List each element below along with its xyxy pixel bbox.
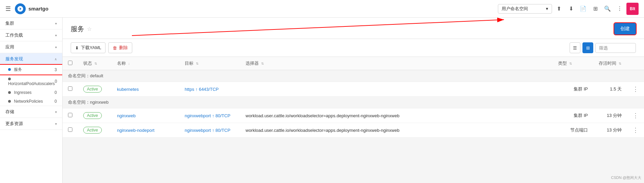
chevron-apps-icon: ▾ (55, 45, 57, 49)
row-checkbox-nginxweb-nodeport[interactable] (68, 127, 72, 132)
sidebar-label-apps: 应用 (5, 44, 14, 50)
service-dot-icon (8, 68, 11, 71)
col-header-status[interactable]: 状态 ⇅ (78, 57, 112, 70)
grid-icon[interactable]: ⊞ (590, 3, 601, 14)
sidebar-label-service-discovery: 服务发现 (5, 56, 23, 62)
row-status-nginxweb-nodeport: Active (78, 123, 112, 138)
service-link-kubernetes[interactable]: kubernetes (117, 87, 139, 92)
delete-button[interactable]: 🗑 删除 (108, 42, 132, 53)
row-name-nginxweb: nginxweb (112, 108, 179, 123)
sidebar-label-storage: 存储 (5, 109, 14, 115)
sidebar-sub-item-network-policies[interactable]: NetworkPolicies 0 (0, 97, 62, 106)
row-selector-nginxweb: workload.user.cattle.io/workloadselector… (240, 108, 553, 123)
download-icon[interactable]: ⬇ (566, 3, 576, 14)
row-status-nginxweb: Active (78, 108, 112, 123)
app-title: smartgo (28, 6, 498, 12)
target-link-kubernetes[interactable]: https ↑ 6443/TCP (185, 87, 218, 92)
service-link-nginxweb[interactable]: nginxweb (117, 113, 136, 118)
more-options-icon[interactable]: ⋮ (614, 3, 625, 14)
row-name-nginxweb-nodeport: nginxweb-nodeport (112, 123, 179, 138)
download-yaml-button[interactable]: ⬇ 下载YAML (71, 42, 106, 53)
row-age-nginxweb-nodeport: 13 分钟 (593, 123, 627, 138)
sidebar-label-workload: 工作负载 (5, 32, 23, 38)
select-all-checkbox[interactable] (68, 61, 72, 65)
row-actions-kubernetes: ⋮ (627, 82, 644, 97)
col-header-selector[interactable]: 选择器 ⇅ (240, 57, 553, 70)
row-type-kubernetes: 集群 IP (553, 82, 593, 97)
upload-icon[interactable]: ⬆ (553, 3, 564, 14)
create-button[interactable]: 创建 (614, 23, 636, 35)
sidebar-item-storage[interactable]: 存储 ▾ (0, 106, 62, 118)
col-header-actions (627, 57, 644, 70)
sidebar-sub-item-services[interactable]: 服务 3 (0, 65, 62, 75)
row-status-kubernetes: Active (78, 82, 112, 97)
sidebar-label-cluster: 集群 (5, 20, 14, 26)
row-age-kubernetes: 1.5 天 (593, 82, 627, 97)
chevron-cluster-icon: ▾ (55, 22, 57, 25)
row-checkbox-kubernetes[interactable] (68, 86, 72, 91)
row-actions-nginxweb: ⋮ (627, 108, 644, 123)
row-checkbox-cell (63, 123, 78, 138)
row-type-nginxweb-nodeport: 节点端口 (553, 123, 593, 138)
hpa-dot-icon (8, 78, 11, 80)
more-actions-icon-nginxweb[interactable]: ⋮ (632, 112, 639, 119)
sidebar-item-workload[interactable]: 工作负载 ▾ (0, 29, 62, 41)
target-link-nginxweb[interactable]: nginxwebport ↑ 80/TCP (185, 113, 230, 118)
page-title: 服务 ☆ (71, 24, 92, 34)
sort-name-icon: ↓ (128, 62, 130, 65)
sidebar-sub-item-hpa[interactable]: HorizontalPodAutoscalers 0 (0, 75, 62, 88)
sidebar-sub-item-ingresses[interactable]: Ingresses 0 (0, 88, 62, 97)
target-link-nginxweb-nodeport[interactable]: nginxwebport ↑ 80/TCP (185, 128, 230, 133)
table-toolbar: ⬇ 下载YAML 🗑 删除 ☰ ⊞ (63, 39, 644, 57)
select-all-header (63, 57, 78, 70)
row-selector-nginxweb-nodeport: workload.user.cattle.io/workloadselector… (240, 123, 553, 138)
row-name-kubernetes: kubernetes (112, 82, 179, 97)
row-checkbox-nginxweb[interactable] (68, 113, 72, 117)
status-badge-nginxweb: Active (83, 112, 102, 119)
sidebar-label-more-resources: 更多资源 (5, 121, 23, 127)
row-target-nginxweb-nodeport: nginxwebport ↑ 80/TCP (179, 123, 240, 138)
namespace-selector[interactable]: 用户命名空间 ▾ (498, 4, 552, 14)
hamburger-menu[interactable]: ☰ (5, 5, 11, 13)
table-row: Active kubernetes https ↑ 6443/TCP 集群 IP… (63, 82, 644, 97)
content-header: 服务 ☆ 创建 (63, 18, 644, 39)
chevron-down-icon: ▾ (546, 6, 548, 11)
search-icon[interactable]: 🔍 (602, 3, 613, 14)
delete-icon: 🗑 (113, 45, 117, 50)
filter-input[interactable] (595, 43, 636, 53)
toolbar-right: ☰ ⊞ (570, 42, 636, 53)
row-selector-kubernetes (240, 82, 553, 97)
favorite-star-icon[interactable]: ☆ (87, 26, 92, 32)
more-actions-icon-kubernetes[interactable]: ⋮ (632, 86, 639, 93)
namespace-row-nginxweb: 命名空间：nginxweb (63, 97, 644, 108)
list-view-button[interactable]: ☰ (570, 42, 580, 53)
sidebar-item-service-discovery[interactable]: 服务发现 ∧ (0, 53, 62, 65)
services-table: 状态 ⇅ 名称 ↓ 目标 ⇅ 选择器 ⇅ 类型 ⇅ 存活时间 ⇅ 命名空间：de (63, 57, 644, 138)
sidebar-item-cluster[interactable]: 集群 ▾ (0, 18, 62, 29)
grid-view-button[interactable]: ⊞ (582, 42, 593, 53)
user-avatar[interactable]: BIt (626, 3, 639, 15)
service-link-nginxweb-nodeport[interactable]: nginxweb-nodeport (117, 128, 155, 133)
status-badge-nginxweb-nodeport: Active (83, 127, 102, 134)
document-icon[interactable]: 📄 (578, 3, 589, 14)
more-actions-icon-nginxweb-nodeport[interactable]: ⋮ (632, 127, 639, 134)
col-header-name[interactable]: 名称 ↓ (112, 57, 179, 70)
sidebar-item-more-resources[interactable]: 更多资源 ▾ (0, 118, 62, 129)
row-checkbox-cell (63, 108, 78, 123)
table-container: 状态 ⇅ 名称 ↓ 目标 ⇅ 选择器 ⇅ 类型 ⇅ 存活时间 ⇅ 命名空间：de (63, 57, 644, 138)
col-header-type[interactable]: 类型 ⇅ (553, 57, 593, 70)
sort-selector-icon: ⇅ (261, 62, 264, 65)
namespace-label-nginxweb: 命名空间：nginxweb (63, 97, 644, 108)
netpol-count-badge: 0 (54, 99, 57, 104)
ingresses-count-badge: 0 (54, 90, 57, 95)
col-header-target[interactable]: 目标 ⇅ (179, 57, 240, 70)
sort-target-icon: ⇅ (196, 62, 199, 65)
download-yaml-icon: ⬇ (75, 45, 79, 50)
sidebar-item-apps[interactable]: 应用 ▾ (0, 41, 62, 53)
csdn-watermark: CSDN @憨闲大大 (611, 175, 641, 180)
col-header-age[interactable]: 存活时间 ⇅ (593, 57, 627, 70)
chevron-service-discovery-icon: ∧ (54, 57, 57, 61)
sidebar-sub-label-hpa: HorizontalPodAutoscalers (8, 81, 55, 86)
row-actions-nginxweb-nodeport: ⋮ (627, 123, 644, 138)
table-row: Active nginxweb nginxwebport ↑ 80/TCP wo… (63, 108, 644, 123)
